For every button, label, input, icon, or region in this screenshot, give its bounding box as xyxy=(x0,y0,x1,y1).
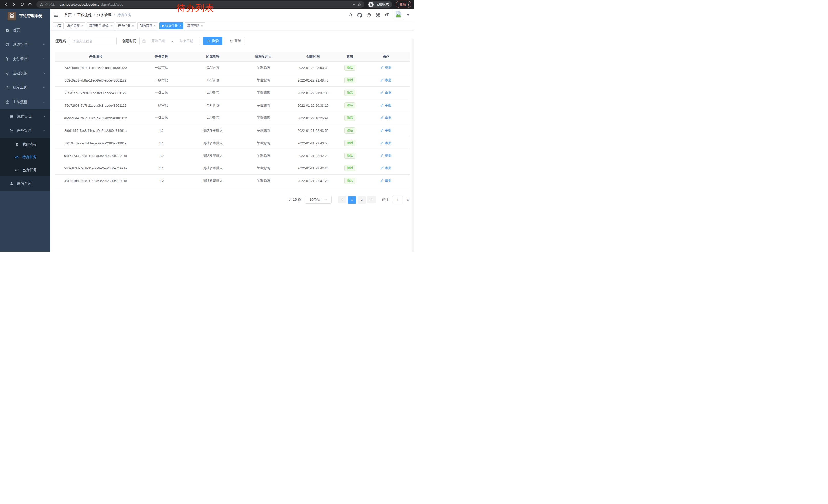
sidebar-item-3[interactable]: 基础设施 xyxy=(0,66,50,81)
sidebar-item-11[interactable]: 请假查询 xyxy=(0,176,50,191)
close-icon[interactable]: × xyxy=(201,24,203,28)
update-button[interactable]: 更新 xyxy=(396,1,411,8)
url-text[interactable]: dashboard.yudao.iocoder.cn/bpm/task/todo xyxy=(59,3,123,6)
edit-icon xyxy=(380,65,384,70)
chevron-down-icon xyxy=(43,72,46,75)
breadcrumb-separator: / xyxy=(74,13,75,17)
page-button-2[interactable]: 2 xyxy=(358,196,366,203)
sidebar-item-7[interactable]: 任务管理 xyxy=(0,124,50,138)
sidebar-item-label: 工作流程 xyxy=(13,100,39,104)
close-icon[interactable]: × xyxy=(179,24,181,28)
avatar[interactable] xyxy=(393,10,404,20)
start-date-placeholder[interactable]: 开始日期 xyxy=(148,39,169,43)
search-icon[interactable] xyxy=(348,13,353,17)
sidebar-item-4[interactable]: 研发工具 xyxy=(0,81,50,95)
font-size-icon[interactable]: TT xyxy=(384,13,389,17)
home-icon[interactable] xyxy=(27,1,33,8)
tab-3[interactable]: 已办任务× xyxy=(116,22,136,30)
cell-task-id: 73211d9d-7b9b-11ec-b5b7-acde48001122 xyxy=(55,61,136,74)
close-icon[interactable]: × xyxy=(132,24,134,28)
back-icon[interactable] xyxy=(3,1,9,8)
breadcrumb-item[interactable]: 工作流程 xyxy=(77,13,92,17)
sidebar-item-8[interactable]: 我的流程 xyxy=(0,138,50,151)
column-header: 任务编号 xyxy=(55,52,136,61)
page-button-1[interactable]: 1 xyxy=(348,196,356,203)
breadcrumb-item[interactable]: 任务管理 xyxy=(97,13,112,17)
approve-link[interactable]: 审批 xyxy=(380,91,391,95)
goto-label: 前往 xyxy=(382,197,388,202)
column-header: 创建时间 xyxy=(288,52,338,61)
key-icon[interactable] xyxy=(351,3,355,6)
help-icon[interactable] xyxy=(367,13,371,17)
cell-process: 测试多审批人 xyxy=(187,124,238,137)
cell-created: 2022-01-22 23:53:32 xyxy=(288,61,338,74)
security-label[interactable]: 不安全 xyxy=(45,2,55,7)
table-row: 58154733-7ac8-11ec-a9e2-a2380e71991a1.2测… xyxy=(55,149,410,162)
sidebar-item-label: 我的流程 xyxy=(22,142,46,147)
cell-task-name: 1.2 xyxy=(136,149,187,162)
tab-0[interactable]: 首页 xyxy=(53,22,64,30)
reload-icon[interactable] xyxy=(18,1,26,8)
tab-5[interactable]: 待办任务× xyxy=(159,22,183,30)
github-icon[interactable] xyxy=(357,13,362,18)
next-page-button[interactable] xyxy=(367,196,376,203)
app-shell: 芋道管理系统 首页系统管理支付管理基础设施研发工具工作流程流程管理任务管理我的流… xyxy=(0,9,414,252)
tab-4[interactable]: 我的流程× xyxy=(137,22,158,30)
cell-process: OA 请假 xyxy=(187,112,238,124)
approve-link[interactable]: 审批 xyxy=(380,65,391,70)
filter-form: 流程名 创建时间 开始日期 - 结束日期 搜索 重置 xyxy=(55,37,410,45)
incognito-label: 无痕模式 xyxy=(376,2,389,7)
navbar-actions: TT xyxy=(348,10,409,20)
tab-label: 已办任务 xyxy=(118,24,130,28)
end-date-placeholder[interactable]: 结束日期 xyxy=(176,39,197,43)
top-navbar: 首页 / 工作流程 / 任务管理 / 待办任务 TT xyxy=(50,9,414,21)
breadcrumb-item[interactable]: 首页 xyxy=(65,13,72,17)
table-row: 580e1b3d-7ac8-11ec-a9e2-a2380e71991a1.1测… xyxy=(55,162,410,175)
sidebar-item-1[interactable]: 系统管理 xyxy=(0,37,50,52)
sidebar-item-label: 任务管理 xyxy=(17,129,39,133)
cell-action: 审批 xyxy=(362,175,410,187)
sidebar-item-2[interactable]: 支付管理 xyxy=(0,52,50,66)
caret-down-icon[interactable] xyxy=(407,14,409,16)
reset-button[interactable]: 重置 xyxy=(226,37,245,45)
tab-1[interactable]: 发起流程× xyxy=(65,22,85,30)
main-area: 首页 / 工作流程 / 任务管理 / 待办任务 TT 首页发起流程×流程表单-编… xyxy=(50,9,414,252)
sidebar-item-10[interactable]: 已办任务 xyxy=(0,164,50,176)
sidebar-item-9[interactable]: 待办任务 xyxy=(0,151,50,164)
date-range-picker[interactable]: 开始日期 - 结束日期 xyxy=(139,37,200,45)
fullscreen-icon[interactable] xyxy=(376,13,380,17)
goto-page-input[interactable] xyxy=(392,196,403,203)
cell-starter: 芋道源码 xyxy=(239,162,288,175)
app-logo-row[interactable]: 芋道管理系统 xyxy=(0,9,50,23)
approve-link[interactable]: 审批 xyxy=(380,78,391,83)
close-icon[interactable]: × xyxy=(154,24,156,28)
approve-link[interactable]: 审批 xyxy=(380,141,391,145)
approve-link[interactable]: 审批 xyxy=(380,166,391,171)
approve-link[interactable]: 审批 xyxy=(380,153,391,158)
sidebar-item-6[interactable]: 流程管理 xyxy=(0,109,50,124)
approve-link[interactable]: 审批 xyxy=(380,116,391,120)
close-icon[interactable]: × xyxy=(81,24,83,28)
close-icon[interactable]: × xyxy=(110,24,112,28)
tab-2[interactable]: 流程表单-编辑× xyxy=(87,22,114,30)
scrollbar-track[interactable] xyxy=(412,39,414,252)
sidebar-item-0[interactable]: 首页 xyxy=(0,23,50,37)
robot-icon xyxy=(15,142,19,146)
approve-link[interactable]: 审批 xyxy=(380,178,391,183)
cell-action: 审批 xyxy=(362,137,410,149)
cell-task-name: 1.2 xyxy=(136,124,187,137)
process-name-input[interactable] xyxy=(69,37,117,45)
sidebar-item-5[interactable]: 工作流程 xyxy=(0,95,50,109)
bookmark-star-icon[interactable] xyxy=(357,2,362,6)
goto-unit: 页 xyxy=(407,197,410,202)
forward-icon[interactable] xyxy=(10,1,17,8)
cell-created: 2022-01-22 18:25:41 xyxy=(288,112,338,124)
tab-6[interactable]: 流程详情× xyxy=(185,22,205,30)
approve-link[interactable]: 审批 xyxy=(380,103,391,108)
approve-link[interactable]: 审批 xyxy=(380,128,391,133)
hamburger-icon[interactable] xyxy=(54,13,59,18)
search-button[interactable]: 搜索 xyxy=(203,37,222,45)
status-badge: 激活 xyxy=(344,115,355,121)
kebab-menu-icon[interactable] xyxy=(408,3,409,6)
page-size-select[interactable]: 10条/页 xyxy=(305,196,332,203)
